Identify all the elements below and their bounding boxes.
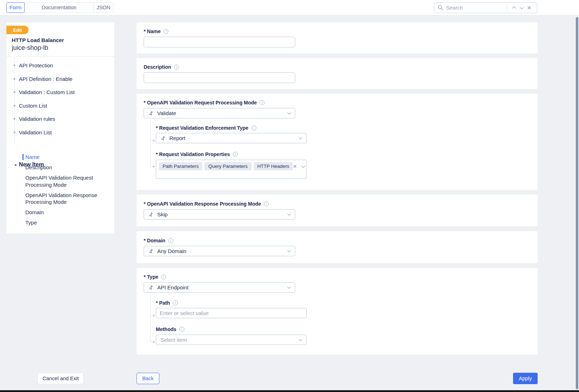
sidebar-section-item[interactable]: Custom List	[6, 99, 114, 113]
sidebar-section-item[interactable]: API Protection	[6, 59, 114, 72]
domain-select[interactable]: Any Domain	[144, 246, 295, 256]
chevron-down-icon	[299, 136, 302, 139]
properties-label: * Request Validation Properties	[156, 151, 230, 157]
search-next-button[interactable]	[518, 5, 525, 11]
tab-form[interactable]: Form	[6, 2, 25, 13]
info-icon[interactable]: i	[163, 29, 168, 34]
nested-methods: Methods i Select item	[156, 326, 307, 345]
info-icon[interactable]: i	[179, 327, 184, 332]
sidebar-field-label: Domain	[25, 209, 44, 215]
clear-icon[interactable]: ✕	[293, 164, 297, 169]
multiselect-controls: ✕	[293, 162, 306, 169]
card-type: * Type i API Endpoint * Path i Methods i	[137, 268, 538, 355]
domain-label-row: * Domain i	[144, 238, 531, 243]
sidebar-section-label: Custom List	[19, 103, 47, 109]
name-label-row: * Name i	[144, 29, 531, 34]
connector-line	[150, 294, 150, 342]
cancel-and-exit-button[interactable]: Cancel and Exit	[37, 373, 84, 384]
response-mode-value: Skip	[157, 211, 284, 217]
name-input[interactable]	[144, 37, 295, 47]
sidebar-field-item[interactable]: Domain	[25, 209, 102, 216]
enforcement-label: * Request Validation Enforcement Type	[156, 125, 248, 131]
search-input[interactable]	[446, 5, 503, 11]
sidebar-section-list: API Protection API Definition : Enable V…	[6, 59, 114, 139]
property-tag[interactable]: Path Parameters	[159, 162, 202, 170]
description-label-row: Description i	[144, 64, 531, 70]
info-icon[interactable]: i	[233, 152, 238, 157]
connector-dot	[153, 166, 155, 167]
sidebar-section-item[interactable]: Validation List	[6, 126, 114, 139]
properties-multiselect[interactable]: Path ParametersQuery ParametersHTTP Head…	[156, 160, 307, 179]
sidebar-field-list: NameDescriptionOpenAPI Validation Reques…	[25, 154, 102, 229]
methods-placeholder: Select item	[160, 337, 296, 343]
methods-label: Methods	[156, 326, 176, 332]
chevron-down-icon	[301, 164, 305, 168]
nested-enforcement: * Request Validation Enforcement Type i …	[156, 125, 307, 143]
info-icon[interactable]: i	[161, 274, 166, 279]
sidebar-section-label: Validation List	[19, 129, 52, 135]
current-arrow-icon: ▸	[15, 163, 17, 167]
one-of-icon	[148, 110, 154, 116]
sidebar-section-item[interactable]: API Definition : Enable	[6, 72, 114, 86]
domain-value: Any Domain	[157, 248, 284, 254]
connector-line	[150, 315, 153, 316]
response-mode-label: * OpenAPI Validation Response Processing…	[144, 201, 261, 207]
properties-tag-list: Path ParametersQuery ParametersHTTP Head…	[159, 162, 293, 170]
item-dot-icon	[14, 91, 15, 93]
path-label-row: * Path i	[156, 300, 307, 306]
connector-line	[150, 140, 153, 141]
enforcement-select[interactable]: Report	[156, 133, 307, 143]
sidebar-field-item[interactable]: Type	[25, 219, 102, 226]
connector-line	[150, 119, 150, 166]
sidebar-field-item[interactable]: Description	[25, 164, 102, 171]
apply-button[interactable]: Apply	[513, 373, 538, 384]
tree-connector-elbow	[14, 140, 17, 144]
info-icon[interactable]: i	[173, 300, 178, 305]
type-select[interactable]: API Endpoint	[144, 282, 295, 293]
info-icon[interactable]: i	[174, 65, 179, 69]
property-tag-label: Path Parameters	[163, 164, 199, 169]
item-dot-icon	[14, 65, 15, 66]
domain-label: * Domain	[144, 238, 165, 243]
item-dot-icon	[14, 78, 15, 80]
response-mode-select[interactable]: Skip	[144, 209, 295, 220]
chevron-down-icon	[287, 285, 291, 289]
connector-dot	[153, 140, 155, 141]
tab-documentation[interactable]: Documentation	[24, 2, 94, 13]
search-box[interactable]: ✕	[434, 2, 537, 13]
sidebar-field-item[interactable]: Name	[25, 154, 102, 161]
card-request-mode: * OpenAPI Validation Request Processing …	[137, 94, 538, 190]
one-of-icon	[148, 285, 154, 290]
search-prev-button[interactable]	[511, 5, 518, 11]
type-label-row: * Type i	[144, 274, 531, 280]
sidebar-section-item[interactable]: Validation : Custom List	[6, 86, 114, 99]
sidebar-section-item[interactable]: Validation rules	[6, 112, 114, 126]
info-icon[interactable]: i	[168, 238, 173, 243]
request-mode-select[interactable]: Validate	[144, 108, 295, 118]
sidebar-section-label: API Definition : Enable	[19, 76, 72, 82]
info-icon[interactable]: i	[260, 100, 265, 105]
sidebar-field-label: OpenAPI Validation Request Processing Mo…	[25, 175, 93, 188]
type-value: API Endpoint	[157, 284, 284, 290]
chevron-down-icon	[287, 111, 291, 114]
description-input[interactable]	[144, 72, 295, 83]
methods-select[interactable]: Select item	[156, 335, 307, 345]
sidebar-field-label: Description	[25, 164, 52, 170]
info-icon[interactable]: i	[251, 125, 256, 130]
sidebar-field-item[interactable]: OpenAPI Validation Request Processing Mo…	[25, 174, 102, 188]
item-dot-icon	[14, 118, 15, 120]
property-tag[interactable]: HTTP Headers	[254, 162, 293, 170]
one-of-icon	[148, 212, 154, 217]
back-button[interactable]: Back	[137, 373, 159, 384]
tab-json[interactable]: JSON	[93, 2, 113, 13]
sidebar-field-item[interactable]: OpenAPI Validation Response Processing M…	[25, 192, 102, 206]
search-close-button[interactable]: ✕	[525, 4, 533, 12]
connector-dot	[153, 341, 155, 343]
path-input[interactable]	[156, 308, 307, 318]
object-type-label: HTTP Load Balancer	[12, 37, 64, 43]
scrollbar-thumb[interactable]	[576, 17, 578, 389]
nested-properties: * Request Validation Properties i Path P…	[156, 151, 307, 179]
nested-path: * Path i	[156, 300, 307, 318]
info-icon[interactable]: i	[264, 201, 269, 206]
property-tag[interactable]: Query Parameters	[205, 162, 251, 170]
